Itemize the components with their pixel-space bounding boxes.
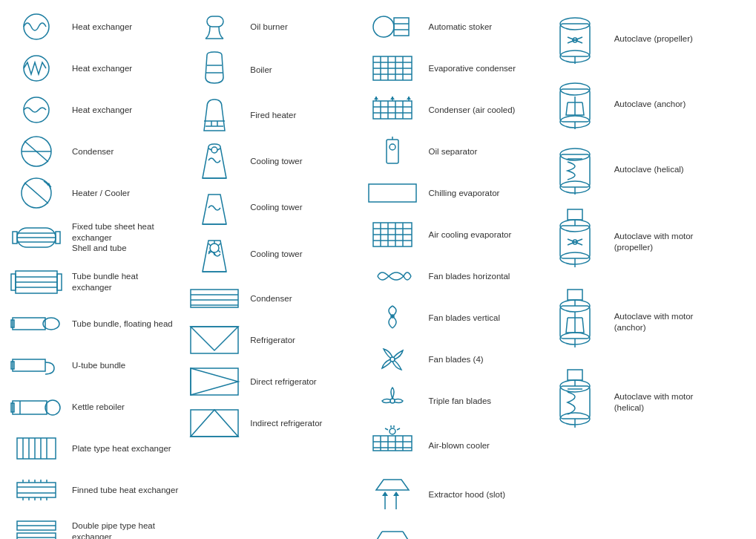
label-u-tube: U-tube bundle (72, 360, 125, 371)
svg-rect-179 (560, 386, 590, 419)
svg-point-112 (389, 144, 395, 150)
svg-line-74 (208, 244, 211, 246)
label-autoclave-motor-anchor: Autoclave with motor (anchor) (614, 311, 694, 333)
svg-rect-113 (369, 184, 416, 202)
svg-rect-25 (13, 359, 45, 371)
svg-rect-182 (568, 370, 582, 380)
item-indirect-refrig: Indirect refrigerator (182, 404, 360, 442)
svg-rect-167 (568, 209, 582, 220)
icon-cooling-tower-3 (185, 233, 244, 275)
icon-cooling-tower-2 (185, 187, 244, 227)
svg-rect-97 (373, 101, 412, 119)
svg-point-85 (373, 16, 394, 37)
icon-kettle (7, 392, 66, 422)
label-double-pipe: Double pipe type heat exchanger (72, 520, 179, 539)
column-3: Automatic stoker Evaporative condenser (360, 7, 538, 539)
label-oil-burner: Oil burner (250, 22, 288, 33)
icon-heat-ex-2 (7, 53, 66, 83)
item-kettle: Kettle reboiler (4, 388, 182, 426)
item-fan-horiz: Fan blades horizontal (360, 257, 538, 295)
svg-marker-80 (191, 327, 238, 350)
label-air-blown: Air-blown cooler (428, 440, 489, 451)
column-2: Oil burner Boiler (182, 7, 360, 539)
svg-rect-83 (191, 410, 238, 437)
icon-extractor-open (363, 523, 422, 539)
svg-marker-109 (407, 97, 411, 99)
icon-condenser (7, 135, 66, 168)
svg-point-63 (211, 147, 217, 153)
item-autoclave-motor-prop: Autoclave with motor (propeller) (539, 203, 752, 281)
item-oil-burner: Oil burner (182, 7, 360, 46)
item-autoclave-prop: Autoclave (propeller) (539, 7, 752, 70)
item-direct-refrig: Direct refrigerator (182, 362, 360, 401)
item-heater-cooler: Heater / Cooler (4, 174, 182, 212)
item-chilling-evap: Chilling evaporator (360, 174, 538, 212)
icon-oil-sep (363, 135, 422, 168)
svg-point-123 (390, 357, 395, 362)
svg-rect-14 (13, 232, 17, 244)
svg-rect-54 (207, 16, 223, 27)
item-heat-ex-1: Heat exchanger (4, 7, 182, 46)
item-u-tube: U-tube bundle (4, 346, 182, 385)
item-air-cool-evap: Air cooling evaporator (360, 215, 538, 254)
icon-air-cool-evap (363, 218, 422, 251)
icon-autoclave-anchor (542, 74, 608, 134)
svg-point-0 (24, 14, 49, 39)
svg-rect-51 (17, 533, 56, 539)
label-cooling-tower-1: Cooling tower (250, 156, 302, 167)
item-boiler: Boiler (182, 49, 360, 91)
icon-u-tube (7, 352, 66, 379)
svg-line-7 (24, 183, 48, 203)
svg-point-68 (210, 244, 219, 252)
icon-evap-condenser (363, 52, 422, 85)
item-autoclave-helical: Autoclave (helical) (539, 138, 752, 200)
item-extractor-slot: Extractor hood (slot) (360, 471, 538, 518)
svg-line-65 (217, 148, 220, 150)
svg-rect-81 (191, 368, 238, 395)
svg-point-2 (24, 97, 49, 122)
svg-rect-22 (13, 318, 45, 330)
svg-marker-107 (390, 97, 395, 99)
item-heat-ex-2: Heat exchanger (4, 49, 182, 88)
icon-autoclave-motor-helical (542, 365, 608, 440)
label-fan-4: Fan blades (4) (428, 354, 483, 365)
label-tube-float: Tube bundle, floating head (72, 318, 173, 330)
label-tube-bundle: Tube bundle heat exchanger (72, 271, 179, 293)
label-autoclave-prop: Autoclave (propeller) (614, 33, 693, 45)
icon-fan-vert (363, 301, 422, 334)
item-tube-bundle: Tube bundle heat exchanger (4, 263, 182, 301)
column-4: Autoclave (propeller) Autoclave (anchor) (539, 7, 752, 539)
icon-condenser-air (363, 94, 422, 126)
label-kettle: Kettle reboiler (72, 402, 125, 413)
icon-heat-ex-3 (7, 95, 66, 125)
svg-marker-82 (191, 368, 238, 395)
item-refrigerator: Refrigerator (182, 321, 360, 359)
icon-fan-horiz (363, 265, 422, 287)
label-condenser: Condenser (72, 146, 114, 157)
svg-rect-27 (13, 401, 47, 414)
icon-heater-cooler (7, 177, 66, 209)
svg-marker-105 (374, 97, 378, 99)
item-autoclave-motor-anchor: Autoclave with motor (anchor) (539, 284, 752, 361)
label-triple-fan: Triple fan blades (428, 396, 491, 407)
svg-rect-79 (191, 327, 238, 353)
svg-rect-37 (17, 483, 56, 497)
svg-rect-15 (56, 232, 60, 244)
item-condenser: Condenser (4, 132, 182, 171)
icon-heat-ex-1 (7, 12, 66, 42)
label-condenser-air: Condenser (air cooled) (428, 105, 515, 116)
item-double-pipe: Double pipe type heat exchanger (4, 512, 182, 539)
svg-rect-21 (57, 274, 62, 290)
label-chilling-evap: Chilling evaporator (428, 188, 499, 199)
icon-finned-tube (7, 477, 66, 503)
label-heat-ex-2: Heat exchanger (72, 63, 132, 74)
icon-fixed-tube (7, 222, 66, 253)
item-auto-stoker: Automatic stoker (360, 7, 538, 46)
svg-rect-20 (11, 274, 16, 290)
svg-line-147 (403, 532, 410, 539)
svg-marker-84 (191, 410, 238, 437)
label-finned-tube: Finned tube heat exchanger (72, 485, 178, 496)
item-cooling-tower-3: Cooling tower (182, 232, 360, 276)
icon-chilling-evap (363, 180, 422, 206)
item-autoclave-anchor: Autoclave (anchor) (539, 73, 752, 135)
